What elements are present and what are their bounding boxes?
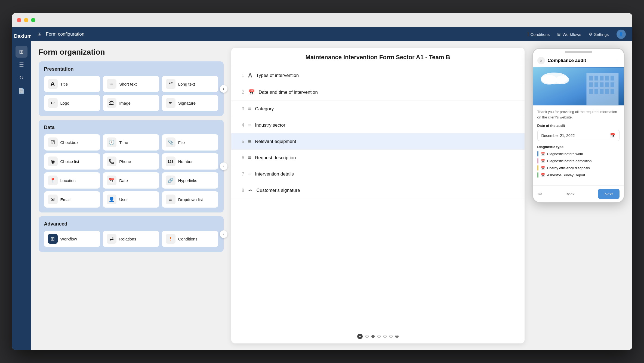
presentation-title: Presentation xyxy=(44,66,218,72)
pagination-dot-2[interactable] xyxy=(371,335,375,338)
calendar-icon: 📅 xyxy=(610,133,615,138)
form-row-7[interactable]: 7 ≡ Intervention details xyxy=(231,166,525,182)
form-row-2[interactable]: 2 📅 Date and time of intervention xyxy=(231,84,525,101)
form-row-6[interactable]: 6 ≡ Request description xyxy=(231,150,525,166)
field-logo[interactable]: ↩ Logo xyxy=(44,95,100,111)
pagination-dot-5[interactable] xyxy=(389,335,393,338)
more-options-icon[interactable]: ⋮ xyxy=(615,58,620,64)
sidebar-item-grid[interactable]: ⊞ xyxy=(16,46,27,58)
data-expand-btn[interactable]: › xyxy=(220,162,227,170)
field-relations[interactable]: ⇄ Relations xyxy=(103,231,159,247)
mobile-title: Compliance audit xyxy=(548,58,612,63)
field-workflow[interactable]: ⊞ Workflow xyxy=(44,231,100,247)
svg-rect-18 xyxy=(605,89,609,94)
presentation-section-wrapper: Presentation A Title ≡ Short text xyxy=(39,61,224,116)
diagnostic-item-4[interactable]: 📅 Asbestos Survey Report xyxy=(537,172,620,178)
form-row-4[interactable]: 4 ≡ Industry sector xyxy=(231,117,525,133)
data-items-grid: ☑ Checkbox 🕐 Time 📎 File xyxy=(44,134,218,208)
form-row-8[interactable]: 8 ✒ Customer's signature xyxy=(231,182,525,199)
title-icon: A xyxy=(48,79,58,89)
close-button[interactable] xyxy=(17,18,21,22)
svg-rect-10 xyxy=(589,82,593,87)
choice-list-icon: ◉ xyxy=(48,157,58,166)
diagnostic-list: 📅 Diagnostic before work 📅 Diagnostic be… xyxy=(537,151,620,178)
svg-rect-11 xyxy=(594,82,598,87)
user-avatar[interactable]: 👤 xyxy=(617,30,626,39)
data-section: Data ☑ Checkbox 🕐 Time xyxy=(39,120,224,212)
app-body: Daxium■ ⊞ ☰ ↻ 📄 ⊞ Form configuration ! C… xyxy=(12,27,632,350)
location-icon: 📍 xyxy=(48,176,58,185)
file-icon: 📎 xyxy=(166,137,175,147)
workflows-label: Workflows xyxy=(562,32,581,37)
svg-rect-13 xyxy=(605,82,609,87)
row1-icon: A xyxy=(248,72,252,79)
pagination-dot-1[interactable] xyxy=(365,335,369,338)
field-hyperlinks[interactable]: 🔗 Hyperlinks xyxy=(162,172,218,189)
hyperlinks-icon: 🔗 xyxy=(166,176,175,185)
field-user[interactable]: 👤 User xyxy=(103,191,159,208)
field-file[interactable]: 📎 File xyxy=(162,134,218,151)
form-row-5[interactable]: 5 ≡ Relevant equipment xyxy=(231,133,525,150)
form-row-1[interactable]: 1 A Types of intervention xyxy=(231,67,525,84)
top-bar: ⊞ Form configuration ! Conditions ⊞ Work… xyxy=(31,27,632,41)
field-short-text[interactable]: ≡ Short text xyxy=(103,76,159,92)
presentation-expand-btn[interactable]: › xyxy=(220,85,227,93)
back-button[interactable]: Back xyxy=(559,189,581,199)
form-items-list: 1 A Types of intervention 2 📅 Date and t… xyxy=(231,67,525,329)
svg-rect-12 xyxy=(600,82,603,87)
field-location[interactable]: 📍 Location xyxy=(44,172,100,189)
maximize-button[interactable] xyxy=(31,18,35,22)
advanced-expand-btn[interactable]: › xyxy=(220,230,227,238)
conditions-label: Conditions xyxy=(531,32,550,37)
svg-rect-14 xyxy=(610,82,614,87)
page-title: Form configuration xyxy=(46,32,85,37)
form-row-3[interactable]: 3 ≡ Category xyxy=(231,101,525,117)
field-phone[interactable]: 📞 Phone xyxy=(103,153,159,170)
svg-point-3 xyxy=(556,76,569,84)
mobile-preview-panel: × Compliance audit ⋮ xyxy=(532,48,625,343)
pagination-plus[interactable]: + xyxy=(395,335,399,338)
diag-color-2 xyxy=(537,158,538,164)
sidebar: Daxium■ ⊞ ☰ ↻ 📄 xyxy=(12,27,31,350)
diag-label-4: Asbestos Survey Report xyxy=(547,173,585,177)
conditions-action[interactable]: ! Conditions xyxy=(527,32,550,37)
settings-action[interactable]: ⚙ Settings xyxy=(589,32,609,37)
diagnostic-type-label: Diagnostic type xyxy=(537,145,620,149)
diagnostic-item-2[interactable]: 📅 Diagnostic before demolition xyxy=(537,158,620,164)
diag-color-1 xyxy=(537,151,538,157)
date-field[interactable]: December 21, 2022 📅 xyxy=(537,130,620,141)
sidebar-item-history[interactable]: ↻ xyxy=(16,72,27,84)
mobile-close-btn[interactable]: × xyxy=(537,57,545,64)
sidebar-item-list[interactable]: ☰ xyxy=(16,59,27,71)
field-image[interactable]: 🖼 Image xyxy=(103,95,159,111)
workflows-action[interactable]: ⊞ Workflows xyxy=(557,32,581,37)
field-title[interactable]: A Title xyxy=(44,76,100,92)
diag-label-3: Energy efficiency diagnosis xyxy=(547,166,590,170)
field-conditions[interactable]: ! Conditions xyxy=(162,231,218,247)
sidebar-item-forms[interactable]: 📄 xyxy=(16,85,27,97)
titlebar xyxy=(12,13,632,27)
field-checkbox[interactable]: ☑ Checkbox xyxy=(44,134,100,151)
mac-window: Daxium■ ⊞ ☰ ↻ 📄 ⊞ Form configuration ! C… xyxy=(12,13,632,350)
phone-icon: 📞 xyxy=(107,157,116,166)
field-signature[interactable]: ✒ Signature xyxy=(162,95,218,111)
diagnostic-item-1[interactable]: 📅 Diagnostic before work xyxy=(537,151,620,157)
field-email[interactable]: ✉ Email xyxy=(44,191,100,208)
image-icon: 🖼 xyxy=(107,98,116,108)
conditions-icon: ! xyxy=(527,32,529,37)
signature-icon: ✒ xyxy=(166,98,175,108)
field-date[interactable]: 📅 Date xyxy=(103,172,159,189)
field-choice-list[interactable]: ◉ Choice list xyxy=(44,153,100,170)
field-time[interactable]: 🕐 Time xyxy=(103,134,159,151)
minimize-button[interactable] xyxy=(24,18,28,22)
form-preview-panel: Maintenance Intervention Form Sector A1 … xyxy=(231,48,525,343)
pagination-minus[interactable]: − xyxy=(357,334,363,339)
mobile-notch xyxy=(565,51,592,53)
field-number[interactable]: 123 Number xyxy=(162,153,218,170)
diagnostic-item-3[interactable]: 📅 Energy efficiency diagnosis xyxy=(537,165,620,171)
next-button[interactable]: Next xyxy=(598,189,620,199)
pagination-dot-4[interactable] xyxy=(383,335,387,338)
pagination-dot-3[interactable] xyxy=(377,335,381,338)
field-long-text[interactable]: ❝❞ Long text xyxy=(162,76,218,92)
field-dropdown[interactable]: ☰ Dropdown list xyxy=(162,191,218,208)
